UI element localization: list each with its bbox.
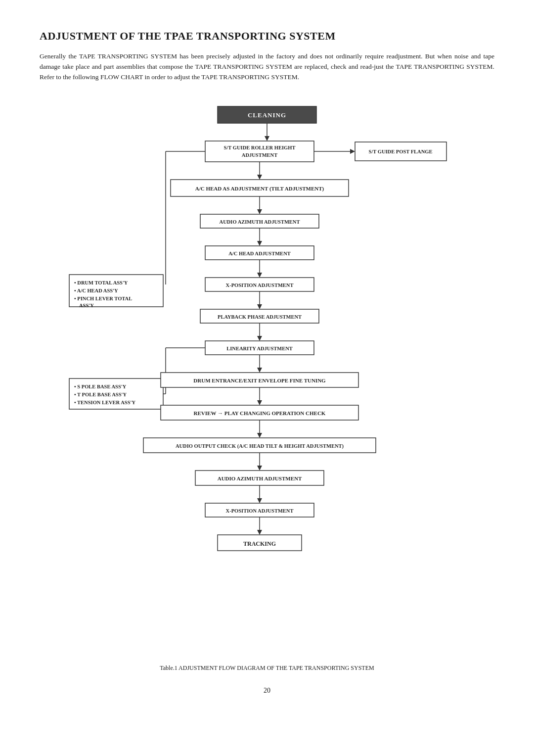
page-number: 20 xyxy=(40,687,494,695)
flow-diagram: CLEANING S/T GUIDE ROLLER HEIGHT ADJUSTM… xyxy=(40,101,494,656)
svg-marker-40 xyxy=(257,336,262,341)
svg-text:S/T GUIDE ROLLER HEIGHT: S/T GUIDE ROLLER HEIGHT xyxy=(224,145,296,150)
svg-text:• S POLE BASE ASS'Y: • S POLE BASE ASS'Y xyxy=(74,384,127,389)
svg-text:S/T GUIDE POST FLANGE: S/T GUIDE POST FLANGE xyxy=(369,149,433,154)
svg-text:X-POSITION ADJUSTMENT: X-POSITION ADJUSTMENT xyxy=(226,508,294,514)
page-title: ADJUSTMENT OF THE TPAE TRANSPORTING SYST… xyxy=(40,30,494,43)
svg-text:• DRUM TOTAL ASS'Y: • DRUM TOTAL ASS'Y xyxy=(74,280,128,285)
svg-marker-3 xyxy=(265,136,269,141)
svg-text:X-POSITION ADJUSTMENT: X-POSITION ADJUSTMENT xyxy=(226,283,294,288)
svg-text:LINEARITY ADJUSTMENT: LINEARITY ADJUSTMENT xyxy=(226,346,293,351)
svg-text:• TENSION LEVER ASS'Y: • TENSION LEVER ASS'Y xyxy=(74,400,135,405)
svg-text:AUDIO AZIMUTH ADJUSTMENT: AUDIO AZIMUTH ADJUSTMENT xyxy=(218,475,302,481)
svg-text:A/C HEAD ADJUSTMENT: A/C HEAD ADJUSTMENT xyxy=(228,251,290,256)
svg-text:ASS'Y: ASS'Y xyxy=(79,303,94,308)
svg-marker-8 xyxy=(350,149,355,154)
svg-marker-36 xyxy=(257,304,262,309)
svg-text:TRACKING: TRACKING xyxy=(243,540,276,547)
intro-paragraph: Generally the TAPE TRANSPORTING SYSTEM h… xyxy=(40,51,494,83)
svg-text:DRUM ENTRANCE/EXIT ENVELOPE FI: DRUM ENTRANCE/EXIT ENVELOPE FINE TUNING xyxy=(193,378,326,383)
svg-marker-24 xyxy=(257,209,262,214)
svg-text:A/C HEAD AS ADJUSTMENT (TILT A: A/C HEAD AS ADJUSTMENT (TILT ADJUSTMENT) xyxy=(195,186,324,192)
svg-text:• A/C HEAD ASS'Y: • A/C HEAD ASS'Y xyxy=(74,288,118,293)
svg-marker-63 xyxy=(257,466,262,471)
svg-marker-71 xyxy=(257,530,262,535)
diagram-caption: Table.1 ADJUSTMENT FLOW DIAGRAM OF THE T… xyxy=(40,664,494,672)
svg-text:PLAYBACK PHASE ADJUSTMENT: PLAYBACK PHASE ADJUSTMENT xyxy=(218,314,302,320)
svg-marker-67 xyxy=(257,498,262,503)
svg-text:• T POLE BASE ASS'Y: • T POLE BASE ASS'Y xyxy=(74,392,127,397)
svg-marker-51 xyxy=(257,368,262,373)
svg-marker-28 xyxy=(257,241,262,246)
svg-marker-59 xyxy=(257,433,262,438)
svg-marker-55 xyxy=(257,400,262,405)
svg-marker-32 xyxy=(257,273,262,278)
svg-text:ADJUSTMENT: ADJUSTMENT xyxy=(242,152,277,158)
svg-text:CLEANING: CLEANING xyxy=(248,111,286,119)
svg-text:AUDIO OUTPUT CHECK  (A/C HEAD : AUDIO OUTPUT CHECK (A/C HEAD TILT & HEIG… xyxy=(176,443,344,449)
svg-text:AUDIO AZIMUTH ADJUSTMENT: AUDIO AZIMUTH ADJUSTMENT xyxy=(220,219,300,225)
svg-marker-20 xyxy=(257,175,262,180)
svg-text:• PINCH LEVER TOTAL: • PINCH LEVER TOTAL xyxy=(74,296,132,301)
svg-text:REVIEW → PLAY CHANGING OPERATI: REVIEW → PLAY CHANGING OPERATION CHECK xyxy=(194,410,326,416)
svg-rect-4 xyxy=(205,141,314,162)
